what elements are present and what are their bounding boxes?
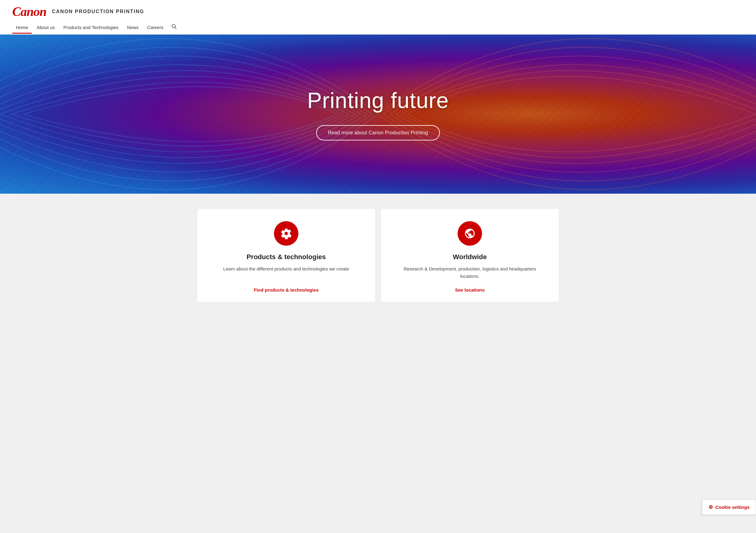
- nav-item-news[interactable]: News: [123, 22, 142, 33]
- products-card-desc: Learn about the different products and t…: [223, 265, 349, 273]
- svg-line-1: [175, 28, 176, 29]
- search-icon[interactable]: [168, 21, 180, 33]
- worldwide-card-link[interactable]: See locations: [455, 287, 485, 292]
- products-card: Products & technologies Learn about the …: [198, 209, 375, 302]
- brand-subtitle: CANON PRODUCTION PRINTING: [52, 9, 145, 14]
- site-header: Canon CANON PRODUCTION PRINTING Home Abo…: [0, 0, 756, 35]
- products-card-title: Products & technologies: [246, 253, 326, 261]
- gear-icon: [274, 221, 298, 246]
- products-card-link[interactable]: Find products & technologies: [254, 287, 319, 292]
- nav-item-about[interactable]: About us: [33, 22, 59, 33]
- globe-icon: [458, 221, 482, 246]
- main-nav: Home About us Products and Technologies …: [12, 21, 744, 34]
- worldwide-card-title: Worldwide: [453, 253, 487, 261]
- hero-cta-button[interactable]: Read more about Canon Production Printin…: [316, 125, 440, 141]
- worldwide-card: Worldwide Research & Development, produc…: [381, 209, 558, 302]
- hero-section: Printing future Read more about Canon Pr…: [0, 35, 756, 194]
- canon-logo: Canon: [12, 4, 46, 19]
- nav-item-careers[interactable]: Careers: [144, 22, 167, 33]
- worldwide-card-desc: Research & Development, production, logi…: [393, 265, 546, 280]
- hero-content: Printing future Read more about Canon Pr…: [307, 88, 449, 141]
- svg-point-0: [172, 24, 176, 28]
- hero-title: Printing future: [307, 88, 449, 113]
- cards-section: Products & technologies Learn about the …: [0, 194, 756, 317]
- nav-item-home[interactable]: Home: [12, 22, 32, 33]
- nav-item-products[interactable]: Products and Technologies: [60, 22, 122, 33]
